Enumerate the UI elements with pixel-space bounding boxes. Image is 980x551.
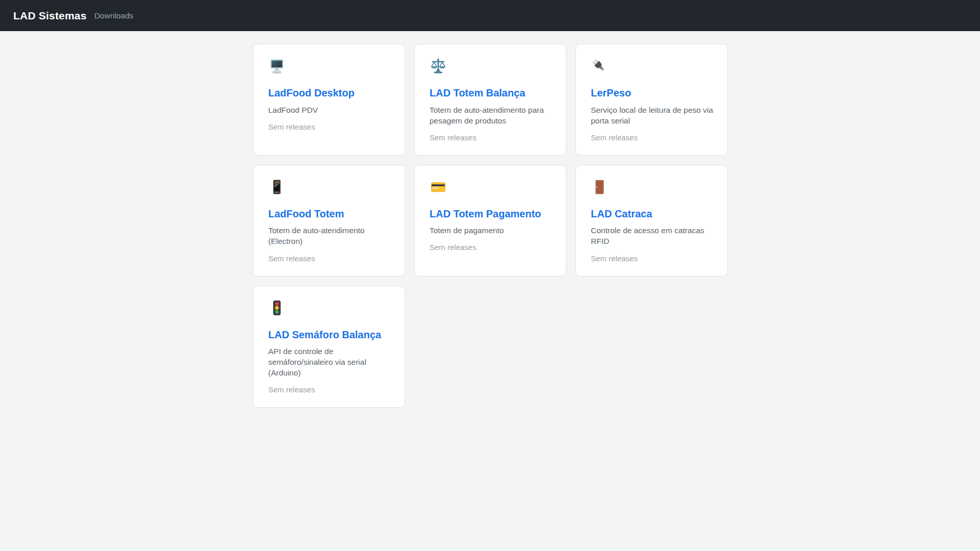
traffic-light-icon <box>268 299 285 316</box>
app-header: LAD Sistemas Downloads <box>0 0 980 31</box>
releases-status: Sem releases <box>268 254 395 263</box>
project-title: LadFood Desktop <box>268 85 395 99</box>
project-title-link[interactable]: LAD Catraca <box>591 208 652 219</box>
releases-status: Sem releases <box>591 254 717 263</box>
project-description: Totem de pagamento <box>430 225 556 236</box>
project-description: Totem de auto-atendimento para pesagem d… <box>430 105 556 126</box>
project-description: API de controle de semáforo/sinaleiro vi… <box>268 346 395 378</box>
project-card: LAD Catraca Controle de acesso em catrac… <box>575 165 728 277</box>
project-title-link[interactable]: LAD Totem Pagamento <box>430 208 542 219</box>
credit-card-icon <box>430 179 447 195</box>
project-description: Totem de auto-atendimento (Electron) <box>268 225 395 246</box>
project-card: LAD Totem Pagamento Totem de pagamento S… <box>414 165 567 277</box>
releases-status: Sem releases <box>268 385 395 394</box>
project-title-link[interactable]: LAD Semáforo Balança <box>268 329 381 340</box>
project-card: LadFood Totem Totem de auto-atendimento … <box>253 165 405 277</box>
project-title-link[interactable]: LadFood Totem <box>268 208 345 219</box>
project-description: Serviço local de leitura de peso via por… <box>591 105 717 126</box>
project-card: LadFood Desktop LadFood PDV Sem releases <box>253 44 405 156</box>
brand-title: LAD Sistemas <box>13 10 87 22</box>
project-card: LAD Semáforo Balança API de controle de … <box>253 286 405 408</box>
balance-scale-icon <box>430 58 447 74</box>
project-title: LAD Catraca <box>591 206 717 220</box>
nav-downloads[interactable]: Downloads <box>94 11 134 20</box>
releases-status: Sem releases <box>430 243 556 252</box>
releases-status: Sem releases <box>430 133 556 142</box>
project-title: LAD Totem Pagamento <box>430 206 556 220</box>
project-title: LAD Totem Balança <box>430 85 556 99</box>
project-description: LadFood PDV <box>268 105 395 115</box>
project-title: LerPeso <box>591 85 717 99</box>
project-title-link[interactable]: LerPeso <box>591 87 631 98</box>
project-card: LAD Totem Balança Totem de auto-atendime… <box>414 44 567 156</box>
releases-status: Sem releases <box>268 122 395 131</box>
project-title: LadFood Totem <box>268 206 395 220</box>
mobile-phone-icon <box>268 179 285 195</box>
electric-plug-icon <box>591 58 608 74</box>
desktop-computer-icon <box>268 58 285 74</box>
project-description: Controle de acesso em catracas RFID <box>591 225 717 246</box>
releases-status: Sem releases <box>591 133 717 142</box>
project-title-link[interactable]: LadFood Desktop <box>268 87 355 98</box>
project-title: LAD Semáforo Balança <box>268 327 395 341</box>
project-card: LerPeso Serviço local de leitura de peso… <box>575 44 728 156</box>
project-title-link[interactable]: LAD Totem Balança <box>430 87 525 98</box>
door-icon <box>591 179 608 195</box>
cards-grid: LadFood Desktop LadFood PDV Sem releases… <box>253 44 728 408</box>
